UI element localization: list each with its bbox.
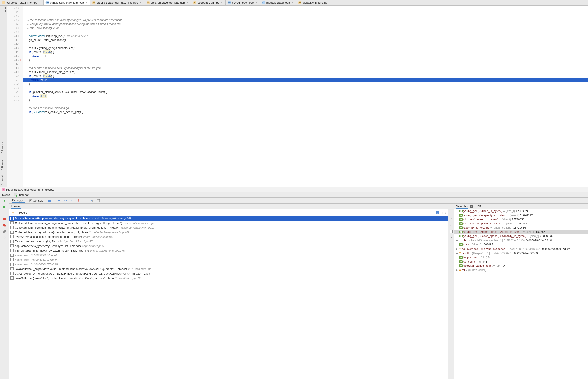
variables-tab[interactable]: Variables [456, 205, 468, 208]
code-line[interactable]: if (result != NULL) { [23, 50, 588, 54]
code-line[interactable]: } [23, 82, 588, 86]
move-up-button[interactable] [449, 217, 454, 222]
tool-window-button[interactable]: 1: Project [1, 175, 3, 185]
step-out-icon[interactable] [83, 198, 88, 203]
stack-frame-row[interactable]: <unknown> 0x00000001075ece15 [9, 253, 448, 257]
code-line[interactable]: // Failed to allocate without a gc. [23, 106, 588, 110]
close-icon[interactable]: ✕ [329, 1, 331, 4]
code-line[interactable]: // the collection count has already chan… [23, 18, 588, 22]
mute-breakpoints-button[interactable] [2, 229, 7, 234]
code-line[interactable] [23, 42, 588, 46]
variables-list[interactable]: 01 young_gen()->used_in_bytes() = {size_… [454, 209, 588, 379]
code-line[interactable]: result = mem_allocate_old_gen(size); [23, 70, 588, 74]
breakpoint-gutter[interactable] [19, 6, 23, 187]
code-line[interactable]: } [23, 58, 588, 62]
code-line[interactable]: return result; [23, 54, 588, 58]
line-number-gutter[interactable]: 2332342352362372382392402412422432442452… [7, 6, 19, 187]
variable-row[interactable]: 01 gclocker_stalled_count = {uint} 0 [454, 264, 588, 268]
variable-row[interactable]: 01 young_gen()->used_in_bytes() = {size_… [454, 209, 588, 213]
code-line[interactable]: // The policy MUST attempt allocations d… [23, 22, 588, 26]
variable-row[interactable]: 01 young_gen()->eden_space()->used_in_by… [454, 230, 588, 234]
move-down-button[interactable] [449, 223, 454, 228]
variable-row[interactable]: ▶≡ this = {ParallelScavengeHeap * | 0x7f… [454, 238, 588, 242]
code-line[interactable]: return result; [23, 78, 588, 82]
pause-button[interactable] [2, 211, 7, 216]
code-line[interactable]: // total_collections() value! [23, 26, 588, 30]
code-line[interactable]: MutexLocker ml(Heap_lock); ml: MutexLock… [23, 34, 588, 38]
close-icon[interactable]: ✕ [38, 1, 41, 4]
stack-frame-row[interactable]: CollectedHeap::array_allocate(KlassHandl… [9, 230, 448, 235]
variable-row[interactable]: ▶≡ gc_overhead_limit_was_exceeded = {boo… [454, 247, 588, 251]
code-line[interactable]: { [23, 30, 588, 34]
step-into-icon[interactable] [70, 198, 75, 203]
lldb-tab[interactable]: LLDB [470, 205, 481, 208]
tool-window-button[interactable]: 7: Structure [1, 158, 3, 171]
stop-button[interactable] [2, 217, 7, 222]
file-tab[interactable]: HcollectedHeap.inline.hpp✕ [0, 0, 44, 5]
step-over-icon[interactable] [63, 198, 68, 203]
close-icon[interactable]: ✕ [139, 1, 142, 4]
file-tab[interactable]: HparallelScavengeHeap.hpp✕ [144, 0, 191, 5]
breakpoint-marker[interactable] [20, 59, 22, 61]
file-tab[interactable]: HglobalDefinitions.hp✕ [296, 0, 333, 5]
duplicate-watch-button[interactable] [449, 229, 454, 234]
stack-frame-row[interactable]: CollectedHeap::common_mem_allocate_noini… [9, 221, 448, 225]
file-tab[interactable]: C++psYoungGen.cpp✕ [226, 0, 260, 5]
breadcrumb-text[interactable]: ParallelScavengeHeap::mem_allocate [6, 188, 54, 191]
close-icon[interactable]: ✕ [291, 1, 294, 4]
expand-icon[interactable]: ▶ [456, 269, 458, 271]
frames-list[interactable]: ParallelScavengeHeap::mem_allocate(unsig… [9, 216, 448, 379]
prev-frame-button[interactable]: ↑ [441, 211, 444, 215]
stack-frame-row[interactable]: ParallelScavengeHeap::mem_allocate(unsig… [9, 216, 448, 221]
code-line[interactable]: // If certain conditions hold, try alloc… [23, 66, 588, 70]
thread-dump-icon[interactable] [47, 198, 52, 203]
code-line[interactable]: } [23, 98, 588, 102]
add-watch-button[interactable] [449, 205, 454, 209]
variable-row[interactable]: 01 young_gen()->capacity_in_bytes() = {s… [454, 213, 588, 217]
stack-frame-row[interactable]: CollectedHeap::common_mem_allocate_init(… [9, 225, 448, 230]
next-frame-button[interactable]: ↓ [444, 211, 447, 215]
code-line[interactable] [23, 62, 588, 66]
variable-row[interactable]: 01 gc_count = {uint} 1 [454, 259, 588, 264]
debug-config-name[interactable]: hotspot [19, 193, 29, 196]
stack-frame-row[interactable]: os::os_exception_wrapper(void (*)(JavaVa… [9, 271, 448, 276]
close-icon[interactable]: ✕ [220, 1, 223, 4]
file-tab[interactable]: HparallelScavengeHeap.inline.hpp✕ [90, 0, 144, 5]
variable-row[interactable]: 01 size = {size_t} 1966082 [454, 242, 588, 247]
expand-icon[interactable]: ▶ [456, 239, 458, 241]
variable-row[interactable]: 01 young_gen()->eden_space()->capacity_i… [454, 234, 588, 238]
code-line[interactable]: return NULL; [23, 94, 588, 98]
file-tab[interactable]: HpsYoungGen.hpp✕ [191, 0, 226, 5]
thread-selector[interactable]: Thread-5 ▲▼ [10, 210, 441, 215]
stack-frame-row[interactable]: <unknown> 0x00000001075ab9f1 [9, 262, 448, 267]
stack-frame-row[interactable]: InterpreterRuntime::newarray(JavaThread*… [9, 248, 448, 253]
code-line[interactable]: result = young_gen()->allocate(size); [23, 46, 588, 50]
close-icon[interactable]: ✕ [85, 1, 88, 4]
stack-frame-row[interactable]: JavaCalls::call(JavaValue*, methodHandle… [9, 276, 448, 280]
tool-window-button[interactable]: 2: Favorites [1, 141, 3, 153]
file-tab[interactable]: C++parallelScavengeHeap.cpp✕ [44, 0, 90, 5]
variable-row[interactable]: 01 old_gen()->capacity_in_bytes() = {siz… [454, 221, 588, 226]
stack-frame-row[interactable]: JavaCalls::call_helper(JavaValue*, metho… [9, 267, 448, 271]
resume-button[interactable] [2, 205, 7, 209]
frames-tab[interactable]: Frames [11, 205, 20, 208]
show-watches-button[interactable] [449, 235, 454, 240]
variable-row[interactable]: ▶≡ result = {HeapWord * | 0x7b9c00000} 0… [454, 251, 588, 255]
close-icon[interactable]: ✕ [186, 1, 189, 4]
view-breakpoints-button[interactable] [2, 223, 7, 228]
file-tab[interactable]: C++mutableSpace.cpp✕ [260, 0, 296, 5]
run-to-cursor-icon[interactable] [89, 198, 94, 203]
rerun-button[interactable] [2, 198, 7, 203]
console-tab[interactable]: Console [27, 198, 46, 203]
variable-row[interactable]: 01 size * BytesPerWord = {unsigned long}… [454, 226, 588, 230]
stack-frame-row[interactable]: TypeArrayKlass::allocate_common(int, boo… [9, 235, 448, 239]
code-line[interactable]: gc_count = total_collections(); [23, 38, 588, 42]
stack-frame-row[interactable]: TypeArrayKlass::allocate(int, Thread*) t… [9, 239, 448, 244]
show-execution-point-icon[interactable] [57, 198, 61, 203]
stack-frame-row[interactable]: <unknown> 0x00000001075b64a3 [9, 257, 448, 262]
code-line[interactable] [23, 86, 588, 90]
variable-row[interactable]: 01 old_gen()->used_in_bytes() = {size_t}… [454, 217, 588, 221]
debugger-tab[interactable]: Debugger [10, 198, 27, 204]
code-editor[interactable]: // the collection count has already chan… [23, 6, 588, 187]
variable-row[interactable]: 01 loop_count = {uint} 0 [454, 255, 588, 259]
